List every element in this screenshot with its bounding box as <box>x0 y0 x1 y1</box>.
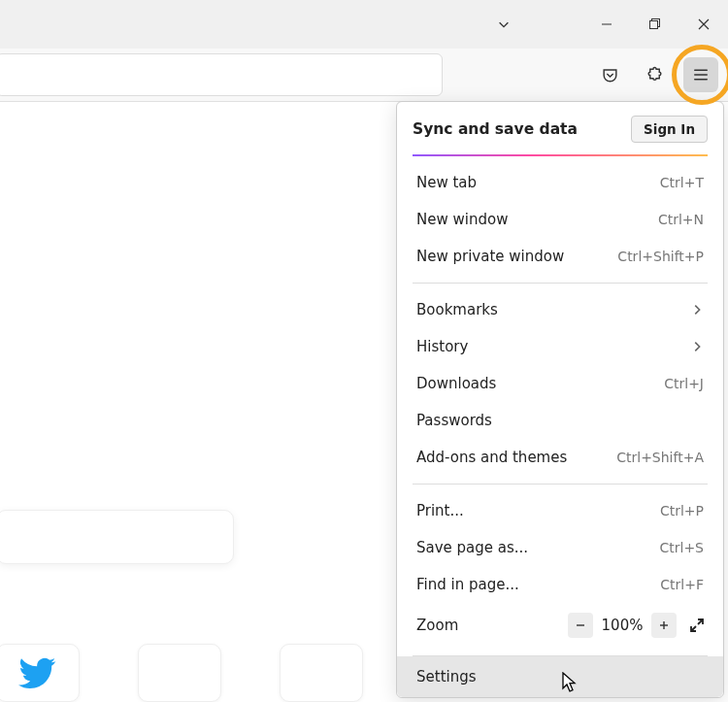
maximize-button[interactable] <box>633 5 678 44</box>
zoom-in-button[interactable] <box>651 613 677 638</box>
tabs-dropdown-button[interactable] <box>481 5 526 44</box>
menu-item-find[interactable]: Find in page... Ctrl+F <box>397 566 723 603</box>
menu-item-label: Add-ons and themes <box>416 449 567 466</box>
svg-rect-0 <box>602 24 612 25</box>
close-icon <box>698 18 710 30</box>
menu-item-downloads[interactable]: Downloads Ctrl+J <box>397 365 723 402</box>
svg-rect-8 <box>663 621 664 629</box>
menu-item-addons[interactable]: Add-ons and themes Ctrl+Shift+A <box>397 439 723 476</box>
app-menu-panel: Sync and save data Sign In New tab Ctrl+… <box>396 101 724 698</box>
menu-item-shortcut: Ctrl+F <box>660 577 704 592</box>
menu-section-new: New tab Ctrl+T New window Ctrl+N New pri… <box>397 156 723 283</box>
menu-item-passwords[interactable]: Passwords <box>397 402 723 439</box>
menu-item-label: Downloads <box>416 375 496 392</box>
svg-rect-2 <box>650 21 658 29</box>
svg-rect-5 <box>694 79 708 81</box>
minus-icon <box>575 619 586 631</box>
menu-item-shortcut: Ctrl+Shift+A <box>616 450 704 465</box>
menu-item-save-page[interactable]: Save page as... Ctrl+S <box>397 529 723 566</box>
url-bar[interactable] <box>0 53 443 96</box>
menu-section-page: Print... Ctrl+P Save page as... Ctrl+S F… <box>397 485 723 655</box>
browser-toolbar <box>0 49 728 102</box>
zoom-value: 100% <box>601 617 644 634</box>
top-site-tile[interactable] <box>280 644 363 702</box>
menu-item-label: Settings <box>416 668 477 685</box>
chevron-right-icon <box>690 303 704 317</box>
menu-item-shortcut: Ctrl+J <box>664 376 704 391</box>
extensions-button[interactable] <box>639 59 670 90</box>
plus-icon <box>658 619 670 631</box>
pocket-button[interactable] <box>594 59 625 90</box>
top-site-tile[interactable] <box>138 644 221 702</box>
menu-item-label: New private window <box>416 248 564 265</box>
zoom-out-button[interactable] <box>568 613 593 638</box>
sync-title: Sync and save data <box>413 120 578 138</box>
menu-item-label: New tab <box>416 174 477 191</box>
minimize-icon <box>601 18 612 30</box>
menu-item-settings[interactable]: Settings <box>397 656 723 697</box>
menu-item-shortcut: Ctrl+N <box>658 212 704 227</box>
menu-item-history[interactable]: History <box>397 328 723 365</box>
menu-item-label: Print... <box>416 502 464 519</box>
menu-item-shortcut: Ctrl+S <box>659 540 704 555</box>
chevron-right-icon <box>690 340 704 353</box>
menu-section-library: Bookmarks History Downloads Ctrl+J Passw… <box>397 284 723 484</box>
menu-item-label: Save page as... <box>416 539 528 556</box>
puzzle-icon <box>645 66 664 84</box>
fullscreen-icon <box>689 618 705 633</box>
svg-rect-3 <box>694 70 708 72</box>
menu-item-bookmarks[interactable]: Bookmarks <box>397 291 723 328</box>
top-site-twitter[interactable] <box>0 644 80 702</box>
app-menu-button[interactable] <box>683 57 718 92</box>
hamburger-icon <box>692 66 710 84</box>
zoom-label: Zoom <box>416 617 458 634</box>
menu-item-label: History <box>416 338 468 355</box>
home-search-box[interactable] <box>0 510 234 564</box>
svg-rect-4 <box>694 74 708 76</box>
minimize-button[interactable] <box>584 5 629 44</box>
close-button[interactable] <box>681 5 726 44</box>
twitter-icon <box>18 653 57 692</box>
menu-section-settings: Settings <box>397 656 723 697</box>
menu-item-label: Bookmarks <box>416 301 498 318</box>
svg-rect-6 <box>577 624 584 625</box>
pocket-icon <box>601 66 619 84</box>
sign-in-button[interactable]: Sign In <box>631 116 708 143</box>
maximize-icon <box>649 18 661 30</box>
fullscreen-button[interactable] <box>684 613 710 638</box>
menu-item-print[interactable]: Print... Ctrl+P <box>397 492 723 529</box>
menu-sync-header: Sync and save data Sign In <box>397 102 723 154</box>
menu-item-label: Passwords <box>416 412 492 429</box>
menu-item-label: New window <box>416 211 508 228</box>
top-sites-row <box>0 644 363 702</box>
window-titlebar <box>0 0 728 49</box>
menu-item-shortcut: Ctrl+P <box>660 503 704 518</box>
menu-item-new-tab[interactable]: New tab Ctrl+T <box>397 164 723 201</box>
menu-item-new-window[interactable]: New window Ctrl+N <box>397 201 723 238</box>
menu-item-new-private-window[interactable]: New private window Ctrl+Shift+P <box>397 238 723 275</box>
chevron-down-icon <box>497 17 511 31</box>
menu-item-zoom: Zoom 100% <box>397 603 723 648</box>
menu-item-shortcut: Ctrl+T <box>660 175 704 190</box>
menu-item-shortcut: Ctrl+Shift+P <box>617 249 704 264</box>
menu-item-label: Find in page... <box>416 576 519 593</box>
